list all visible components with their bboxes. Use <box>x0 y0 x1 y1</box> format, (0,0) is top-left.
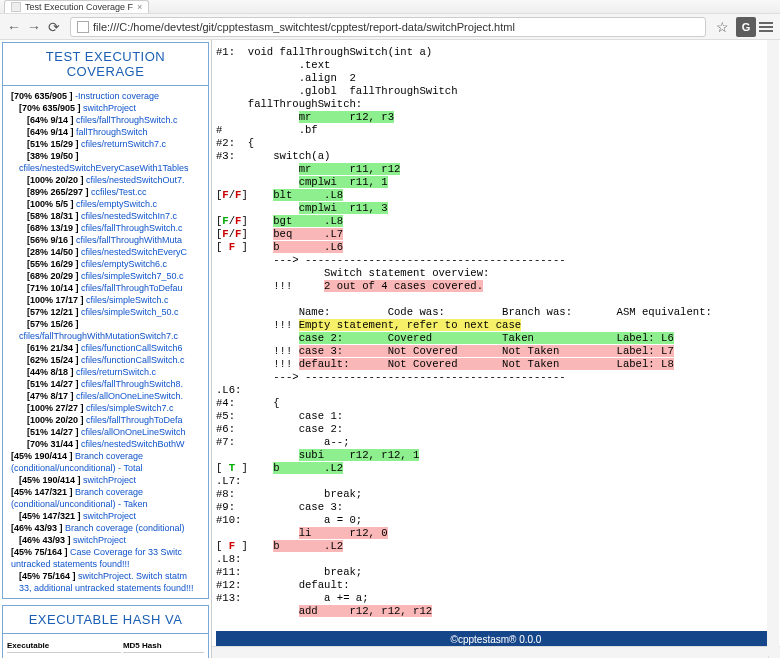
coverage-line[interactable]: [68% 20/29 ] cfiles/simpleSwitch7_50.c <box>5 270 206 282</box>
hash-col-md5: MD5 Hash <box>123 640 204 653</box>
coverage-line[interactable]: [51% 14/27 ] cfiles/allOnOneLineSwitch <box>5 426 206 438</box>
coverage-line[interactable]: [45% 190/414 ] switchProject <box>5 474 206 486</box>
coverage-line[interactable]: [38% 19/50 ] <box>5 150 206 162</box>
asm-b: b .L2 <box>273 540 343 552</box>
coverage-line[interactable]: [71% 10/14 ] cfiles/fallThroughToDefau <box>5 282 206 294</box>
page-icon <box>11 2 21 12</box>
coverage-line[interactable]: 33, additional untracked statements foun… <box>5 582 206 594</box>
coverage-line[interactable]: [28% 14/50 ] cfiles/nestedSwitchEveryC <box>5 246 206 258</box>
cov-summary: 2 out of 4 cases covered. <box>324 280 483 292</box>
coverage-line[interactable]: [64% 9/14 ] fallThroughSwitch <box>5 126 206 138</box>
coverage-line[interactable]: [46% 43/93 ] switchProject <box>5 534 206 546</box>
coverage-line[interactable]: [64% 9/14 ] cfiles/fallThroughSwitch.c <box>5 114 206 126</box>
code-area: #1: void fallThroughSwitch(int a) .text … <box>212 40 780 625</box>
coverage-line[interactable]: [70% 635/905 ] -Instruction coverage <box>5 90 206 102</box>
hash-col-exe: Executable <box>7 640 121 653</box>
hash-body: Executable MD5 Hash C:\GHS\PPC42\asppc.e… <box>3 634 208 658</box>
coverage-line[interactable]: [51% 15/29 ] cfiles/returnSwitch7.c <box>5 138 206 150</box>
asm-mr: mr r11, r12 <box>299 163 401 175</box>
coverage-line[interactable]: [51% 14/27 ] cfiles/fallThroughSwitch8. <box>5 378 206 390</box>
coverage-line[interactable]: untracked statements found!!! <box>5 558 206 570</box>
coverage-line[interactable]: [55% 16/29 ] cfiles/emptySwitch6.c <box>5 258 206 270</box>
asm-add: add r12, r12, r12 <box>299 605 433 617</box>
browser-tabstrip: Test Execution Coverage F × <box>0 0 780 14</box>
coverage-tree: [70% 635/905 ] -Instruction coverage[70%… <box>3 86 208 598</box>
coverage-line[interactable]: [47% 8/17 ] cfiles/allOnOneLineSwitch. <box>5 390 206 402</box>
hamburger-icon <box>759 22 773 32</box>
asm-b: b .L2 <box>273 462 343 474</box>
hash-table: Executable MD5 Hash C:\GHS\PPC42\asppc.e… <box>5 638 206 658</box>
coverage-line[interactable]: cfiles/nestedSwitchEveryCaseWith1Tables <box>5 162 206 174</box>
coverage-line[interactable]: [45% 147/321 ] switchProject <box>5 510 206 522</box>
asm-cmplwi: cmplwi r11, 3 <box>299 202 388 214</box>
menu-button[interactable] <box>756 17 776 37</box>
bookmark-button[interactable]: ☆ <box>712 17 732 37</box>
page-content: TEST EXECUTION COVERAGE [70% 635/905 ] -… <box>0 40 780 658</box>
asm-beq: beq .L7 <box>273 228 343 240</box>
coverage-line[interactable]: [100% 27/27 ] cfiles/simpleSwitch7.c <box>5 402 206 414</box>
hash-panel-title: EXECUTABLE HASH VA <box>3 606 208 634</box>
coverage-line[interactable]: [56% 9/16 ] cfiles/fallThroughWithMuta <box>5 234 206 246</box>
coverage-line[interactable]: [57% 12/21 ] cfiles/simpleSwitch_50.c <box>5 306 206 318</box>
coverage-line[interactable]: [100% 17/17 ] cfiles/simpleSwitch.c <box>5 294 206 306</box>
default-not-covered: default: Not Covered Not Taken Label: L8 <box>299 358 674 370</box>
coverage-line[interactable]: [45% 75/164 ] switchProject. Switch stat… <box>5 570 206 582</box>
coverage-line[interactable]: [61% 21/34 ] cfiles/functionCallSwitch6 <box>5 342 206 354</box>
coverage-line[interactable]: [62% 15/24 ] cfiles/functionCallSwitch.c <box>5 354 206 366</box>
address-bar[interactable]: file:///C:/home/devtest/git/cpptestasm_s… <box>70 17 706 37</box>
asm-bgt: bgt .L8 <box>273 215 343 227</box>
coverage-line[interactable]: [46% 43/93 ] Branch coverage (conditiona… <box>5 522 206 534</box>
asm-cmplwi: cmplwi r11, 1 <box>299 176 388 188</box>
sidebar: TEST EXECUTION COVERAGE [70% 635/905 ] -… <box>0 40 212 658</box>
coverage-line[interactable]: [45% 190/414 ] Branch coverage <box>5 450 206 462</box>
coverage-line[interactable]: [58% 18/31 ] cfiles/nestedSwitchIn7.c <box>5 210 206 222</box>
scrollbar-horizontal[interactable] <box>212 646 768 658</box>
asm-li: li r12, 0 <box>299 527 388 539</box>
code-panel: #1: void fallThroughSwitch(int a) .text … <box>212 40 780 658</box>
coverage-line[interactable]: [100% 5/5 ] cfiles/emptySwitch.c <box>5 198 206 210</box>
coverage-line[interactable]: [68% 13/19 ] cfiles/fallThroughSwitch.c <box>5 222 206 234</box>
close-icon[interactable]: × <box>137 2 142 12</box>
case-covered: case 2: Covered Taken Label: L6 <box>299 332 674 344</box>
coverage-line[interactable]: [70% 635/905 ] switchProject <box>5 102 206 114</box>
scrollbar-vertical[interactable] <box>767 40 779 656</box>
forward-button[interactable]: → <box>24 17 44 37</box>
tab-title: Test Execution Coverage F <box>25 2 133 12</box>
hash-row: C:\GHS\PPC42\asppc.exe24f73bb0d8097fa <box>7 655 204 658</box>
back-button[interactable]: ← <box>4 17 24 37</box>
browser-tab[interactable]: Test Execution Coverage F × <box>4 0 149 13</box>
asm-mr: mr r12, r3 <box>299 111 394 123</box>
reload-button[interactable]: ⟳ <box>44 17 64 37</box>
coverage-line[interactable]: [70% 31/44 ] cfiles/nestedSwitchBothW <box>5 438 206 450</box>
coverage-line[interactable]: [100% 20/20 ] cfiles/nestedSwitchOut7. <box>5 174 206 186</box>
coverage-panel: TEST EXECUTION COVERAGE [70% 635/905 ] -… <box>2 42 209 599</box>
url-text: file:///C:/home/devtest/git/cpptestasm_s… <box>93 21 515 33</box>
hash-panel: EXECUTABLE HASH VA Executable MD5 Hash C… <box>2 605 209 658</box>
asm-b: b .L6 <box>273 241 343 253</box>
coverage-line[interactable]: [100% 20/20 ] cfiles/fallThroughToDefa <box>5 414 206 426</box>
coverage-line[interactable]: [57% 15/26 ] <box>5 318 206 330</box>
case-not-covered: case 3: Not Covered Not Taken Label: L7 <box>299 345 674 357</box>
empty-stmt: Empty statement, refer to next case <box>299 319 522 331</box>
coverage-line[interactable]: cfiles/fallThroughWithMutationSwitch7.c <box>5 330 206 342</box>
extension-g-button[interactable]: G <box>736 17 756 37</box>
coverage-line[interactable]: [44% 8/18 ] cfiles/returnSwitch.c <box>5 366 206 378</box>
coverage-line[interactable]: [45% 75/164 ] Case Coverage for 33 Switc <box>5 546 206 558</box>
asm-subi: subi r12, r12, 1 <box>299 449 420 461</box>
file-icon <box>77 21 89 33</box>
asm-blt: blt .L8 <box>273 189 343 201</box>
coverage-panel-title: TEST EXECUTION COVERAGE <box>3 43 208 86</box>
coverage-line[interactable]: (conditional/unconditional) - Total <box>5 462 206 474</box>
coverage-line[interactable]: (conditional/unconditional) - Taken <box>5 498 206 510</box>
coverage-line[interactable]: [89% 265/297 ] ccfiles/Test.cc <box>5 186 206 198</box>
browser-toolbar: ← → ⟳ file:///C:/home/devtest/git/cpptes… <box>0 14 780 40</box>
coverage-line[interactable]: [45% 147/321 ] Branch coverage <box>5 486 206 498</box>
